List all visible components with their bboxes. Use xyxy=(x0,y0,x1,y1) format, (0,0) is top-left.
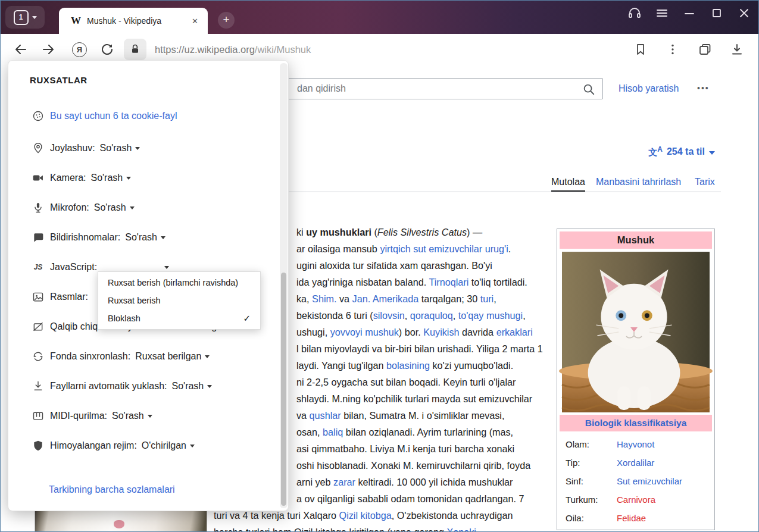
classification-table: Olam: Hayvonot Tip: Xordalilar Sinf: Sut… xyxy=(560,435,712,527)
cookies-row: Bu sayt uchun 6 ta cookie-fayl xyxy=(8,101,277,131)
menu-icon[interactable] xyxy=(655,6,669,20)
images-icon xyxy=(32,291,44,303)
notifications-permission-dropdown[interactable]: So'rash xyxy=(125,232,165,243)
javascript-icon: JS xyxy=(32,261,44,273)
tabbar-divider xyxy=(215,192,721,192)
wiki-link[interactable]: silovsin xyxy=(373,310,405,321)
shield-icon xyxy=(32,440,44,452)
microphone-icon xyxy=(32,202,44,214)
wiki-link[interactable]: qoraquloq xyxy=(410,310,453,321)
wikipedia-favicon: W xyxy=(71,15,81,27)
midi-permission-dropdown[interactable]: So'rash xyxy=(112,411,152,421)
wiki-link[interactable]: urug'i xyxy=(485,243,508,254)
javascript-permission-dropdown[interactable] xyxy=(102,266,169,269)
taxobox: Mushuk xyxy=(557,229,715,530)
wiki-link[interactable]: Kuyikish xyxy=(423,327,459,337)
wiki-link[interactable]: Jan. Amerikada xyxy=(352,293,419,304)
tab-title: Mushuk - Vikipediya xyxy=(87,16,189,26)
popups-icon xyxy=(32,321,44,333)
wiki-link[interactable]: qushlar xyxy=(310,410,341,421)
browser-tab[interactable]: W Mushuk - Vikipediya ✕ xyxy=(59,8,208,34)
permission-row-auto-downloads: Fayllarni avtomatik yuklash: So'rash xyxy=(8,371,277,401)
table-row: Olam: Hayvonot xyxy=(560,435,712,453)
search-placeholder: dan qidirish xyxy=(297,83,346,94)
scrollbar-thumb[interactable] xyxy=(281,273,286,506)
wiki-redlink[interactable]: Carnivora xyxy=(611,490,712,509)
language-icon: 文A xyxy=(648,145,663,158)
caret-down-icon xyxy=(207,385,212,388)
close-icon[interactable] xyxy=(737,6,751,20)
tab-close-icon[interactable]: ✕ xyxy=(189,15,201,27)
article-image-partial[interactable] xyxy=(35,511,207,532)
wiki-link[interactable]: yirtqich xyxy=(380,243,410,254)
auto-downloads-permission-dropdown[interactable]: So'rash xyxy=(172,381,213,392)
search-icon[interactable] xyxy=(582,83,595,96)
wiki-link[interactable]: Hayvonot xyxy=(611,435,712,453)
bookmark-icon[interactable] xyxy=(633,42,648,57)
yandex-icon[interactable]: Я xyxy=(72,42,87,57)
chevron-down-icon xyxy=(32,16,37,19)
table-row: Tip: Xordalilar xyxy=(560,453,712,472)
cookies-link[interactable]: Bu sayt uchun 6 ta cookie-fayl xyxy=(50,111,177,121)
wiki-link[interactable]: Sut emizuvchilar xyxy=(611,472,712,490)
minimize-icon[interactable] xyxy=(682,6,696,20)
reload-icon[interactable] xyxy=(100,42,114,57)
tab-manbasini-tahrirlash[interactable]: Manbasini tahrirlash xyxy=(596,177,681,187)
wiki-link[interactable]: turi xyxy=(480,293,494,304)
language-count: 254 ta til xyxy=(667,146,705,157)
panel-title: RUXSATLAR xyxy=(30,75,88,85)
menu-item-allow[interactable]: Ruxsat berish xyxy=(98,292,260,309)
microphone-permission-dropdown[interactable]: So'rash xyxy=(94,202,135,213)
table-row: Oila: Felidae xyxy=(560,509,712,527)
collections-icon[interactable] xyxy=(698,42,712,57)
new-tab-button[interactable]: + xyxy=(218,12,235,29)
permission-row-background-sync: Fonda sinxronlash: Ruxsat berilgan xyxy=(8,342,277,371)
menu-item-allow-default[interactable]: Ruxsat berish (birlamchi ravishda) xyxy=(98,274,260,292)
wiki-redlink[interactable]: Felidae xyxy=(611,509,712,527)
sync-icon xyxy=(32,351,44,362)
camera-permission-dropdown[interactable]: So'rash xyxy=(90,173,131,183)
tab-mutolaa[interactable]: Mutolaa xyxy=(551,177,585,187)
wiki-link[interactable]: Xonaki xyxy=(446,527,476,532)
background-sync-permission-dropdown[interactable]: Ruxsat berilgan xyxy=(135,351,210,362)
active-tab-indicator xyxy=(551,190,585,192)
wiki-link[interactable]: yovvoyi mushuk xyxy=(330,327,399,337)
tab-group-button[interactable]: 1 xyxy=(5,6,45,29)
wiki-link[interactable]: baliq xyxy=(323,427,343,437)
maximize-icon[interactable] xyxy=(710,6,724,20)
site-permissions-lock-button[interactable] xyxy=(124,39,146,60)
ellipsis-menu[interactable]: ••• xyxy=(697,83,710,93)
wiki-link[interactable]: Qizil kitobga xyxy=(339,510,392,521)
wiki-link[interactable]: zarar xyxy=(333,477,355,487)
wiki-link[interactable]: Shim. xyxy=(312,293,336,304)
tab-group-count: 1 xyxy=(14,10,29,25)
wiki-link[interactable]: to'qay mushugi xyxy=(458,310,523,321)
caret-down-icon xyxy=(205,355,210,358)
address-bar[interactable]: https://uz.wikipedia.org/wiki/Mushuk xyxy=(155,44,633,55)
location-permission-dropdown[interactable]: So'rash xyxy=(100,143,140,154)
table-row: Sinf: Sut emizuvchilar xyxy=(560,472,712,490)
infobox-section-link[interactable]: Biologik klassifikatsiya xyxy=(560,415,712,431)
create-account-link[interactable]: Hisob yaratish xyxy=(619,83,679,94)
permission-row-microphone: Mikrofon: So'rash xyxy=(8,193,277,223)
wiki-link[interactable]: Tirnoqlari xyxy=(429,277,468,287)
wiki-link[interactable]: erkaklari xyxy=(496,327,533,337)
menu-item-block[interactable]: Bloklash ✓ xyxy=(98,309,260,327)
search-input[interactable]: dan qidirish xyxy=(251,78,603,99)
protected-mode-dropdown[interactable]: O'chirilgan xyxy=(142,440,195,451)
download-icon[interactable] xyxy=(730,42,744,57)
wiki-link[interactable]: Xordalilar xyxy=(611,453,712,472)
tab-tarix[interactable]: Tarix xyxy=(695,177,715,187)
kitten-photo[interactable] xyxy=(562,252,710,412)
caret-down-icon xyxy=(148,415,152,418)
wiki-link[interactable]: bolasining xyxy=(386,360,430,371)
check-icon: ✓ xyxy=(243,313,251,324)
all-content-settings-link[interactable]: Tarkibning barcha sozlamalari xyxy=(49,484,175,495)
language-selector[interactable]: 文A 254 ta til xyxy=(648,145,715,158)
forward-icon[interactable] xyxy=(41,42,55,57)
back-icon[interactable] xyxy=(14,42,28,57)
wiki-link[interactable]: sut emizuvchilar xyxy=(413,243,482,254)
permissions-scrollbar[interactable] xyxy=(280,63,288,508)
more-vert-icon[interactable] xyxy=(666,42,680,57)
headphones-icon[interactable] xyxy=(627,6,642,20)
